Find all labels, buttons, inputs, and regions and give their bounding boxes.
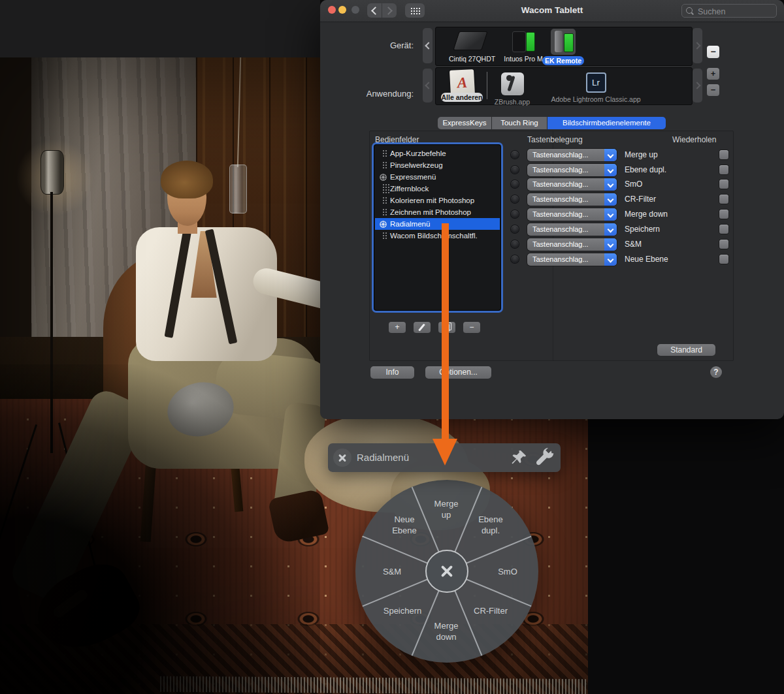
app-item-lightroom[interactable]: Lr Adobe Lightroom Classic.app <box>540 72 651 103</box>
repeat-checkbox[interactable] <box>719 195 728 204</box>
radio-button[interactable] <box>511 166 519 174</box>
radio-button[interactable] <box>511 240 519 248</box>
radio-button[interactable] <box>511 225 519 233</box>
selected-device-pill: EK Remote <box>542 56 584 65</box>
app-scroll-right-button[interactable] <box>693 69 702 103</box>
radio-button[interactable] <box>511 210 519 218</box>
app-scroll-left-button[interactable] <box>423 69 433 103</box>
wheel-segment-merge-down[interactable]: Merge down <box>434 621 459 643</box>
chevron-left-icon <box>425 82 432 89</box>
chevron-right-icon <box>693 82 700 89</box>
wheel-center-close-button[interactable] <box>425 550 468 593</box>
app-item-zbrush[interactable]: ZBrush.app <box>493 72 531 106</box>
close-button[interactable] <box>333 449 351 467</box>
device-item-cintiq[interactable]: Cintiq 27QHDT <box>449 31 492 63</box>
settings-panel: Bedienfelder App-Kurzbefehle Pinselwerkz… <box>369 131 734 361</box>
keystroke-dropdown[interactable]: Tastenanschlag... <box>527 178 617 191</box>
wheel-segment-cr-filter[interactable]: CR-Filter <box>474 606 508 617</box>
drag-dots-icon <box>379 162 387 168</box>
wheel-segment-merge-up[interactable]: Merge up <box>434 499 459 521</box>
radial-menu-wheel[interactable]: Merge up Ebene dupl. SmO CR-Filter Merge… <box>355 480 538 663</box>
key-row: Tastenanschlag... S&M <box>507 238 732 251</box>
device-remove-button[interactable]: − <box>707 46 719 58</box>
keystroke-dropdown[interactable]: Tastenanschlag... <box>527 164 617 176</box>
search-icon <box>686 7 693 14</box>
key-row: Tastenanschlag... CR-Filter <box>507 193 732 206</box>
device-scroll-left-button[interactable] <box>423 28 433 63</box>
keystroke-dropdown[interactable]: Tastenanschlag... <box>527 193 617 206</box>
keystroke-dropdown[interactable]: Tastenanschlag... <box>527 223 617 236</box>
pin-icon[interactable] <box>510 448 528 467</box>
repeat-checkbox[interactable] <box>719 225 728 234</box>
radio-button[interactable] <box>511 255 519 263</box>
wheel-segment-ebene-dupl[interactable]: Ebene dupl. <box>478 514 503 537</box>
list-item[interactable]: Zeichnen mit Photoshop <box>375 206 500 218</box>
list-item[interactable]: Expressmenü <box>375 171 500 183</box>
wheel-segment-neue-ebene[interactable]: Neue Ebene <box>392 514 417 537</box>
list-item-radialmenu-selected[interactable]: Radialmenü <box>375 218 500 230</box>
radial-menu-title: Radialmenü <box>357 452 409 463</box>
key-row: Tastenanschlag... Ebene dupl. <box>507 164 732 176</box>
key-row: Tastenanschlag... Merge down <box>507 208 732 221</box>
wheel-segment-sm[interactable]: S&M <box>383 567 401 578</box>
radio-button[interactable] <box>511 151 519 159</box>
tab-touch-ring[interactable]: Touch Ring <box>492 117 547 129</box>
app-remove-button[interactable]: − <box>707 84 719 96</box>
key-row: Tastenanschlag... Neue Ebene <box>507 253 732 266</box>
app-item-all-others[interactable]: A Alle anderen <box>441 70 483 102</box>
pencil-icon <box>418 324 425 332</box>
ek-remote-icon <box>555 31 563 52</box>
keystroke-dropdown[interactable]: Tastenanschlag... <box>527 238 617 251</box>
keystroke-dropdown[interactable]: Tastenanschlag... <box>527 208 617 221</box>
device-item-ek-remote[interactable]: EK Remote <box>542 29 584 65</box>
wrench-icon[interactable] <box>533 447 555 469</box>
key-row: Tastenanschlag... Speichern <box>507 223 732 236</box>
list-item[interactable]: Wacom Bildschirmschaltfl. <box>375 230 500 242</box>
remove-panel-button[interactable]: − <box>463 322 480 333</box>
list-item[interactable]: Pinselwerkzeug <box>375 159 500 171</box>
list-toolbar: + − <box>389 322 480 333</box>
app-row-label: Anwendung: <box>355 89 414 99</box>
search-input[interactable] <box>696 5 774 18</box>
lightroom-icon: Lr <box>586 72 606 93</box>
list-item[interactable]: Ziffernblock <box>375 183 500 195</box>
options-button[interactable]: Optionen... <box>425 366 491 379</box>
wheel-segment-speichern[interactable]: Speichern <box>384 606 422 617</box>
device-scroll-right-button[interactable] <box>693 28 702 63</box>
icon-letter: Lr <box>592 78 600 87</box>
app-add-button[interactable]: + <box>707 68 719 80</box>
keystroke-dropdown[interactable]: Tastenanschlag... <box>527 253 617 266</box>
standard-button[interactable]: Standard <box>657 344 715 356</box>
device-item-intuos[interactable]: Intuos Pro M <box>498 31 548 63</box>
edit-panel-button[interactable] <box>414 322 431 333</box>
search-field[interactable] <box>681 4 777 18</box>
list-item[interactable]: App-Kurzbefehle <box>375 148 500 159</box>
chevron-right-icon <box>693 42 700 49</box>
help-button[interactable]: ? <box>710 366 722 378</box>
wacom-settings-window: Wacom Tablett Gerät: Cintiq 27QHDT Intuo… <box>320 0 784 419</box>
repeat-checkbox[interactable] <box>719 180 728 189</box>
wheel-segment-smo[interactable]: SmO <box>498 567 517 578</box>
list-title: Bedienfelder <box>375 135 419 144</box>
list-item[interactable]: Kolorieren mit Photoshop <box>375 195 500 206</box>
key-row: Tastenanschlag... SmO <box>507 178 732 191</box>
info-button[interactable]: Info <box>370 366 414 379</box>
repeat-checkbox[interactable] <box>719 150 728 159</box>
repeat-checkbox[interactable] <box>719 255 728 264</box>
bedienfelder-list: App-Kurzbefehle Pinselwerkzeug Expressme… <box>374 145 500 310</box>
icon-letter: A <box>457 74 468 91</box>
repeat-checkbox[interactable] <box>719 165 728 174</box>
tab-bildschirmbedienelemente[interactable]: Bildschirmbedienelemente <box>547 117 666 129</box>
annotation-arrow-shaft <box>442 223 449 440</box>
radio-button[interactable] <box>511 195 519 203</box>
keystroke-dropdown[interactable]: Tastenanschlag... <box>527 149 617 161</box>
drag-dots-icon <box>379 150 387 157</box>
keys-header: Tastenbelegung <box>527 135 583 144</box>
drag-dots-icon <box>379 232 387 239</box>
repeat-checkbox[interactable] <box>719 210 728 219</box>
repeat-checkbox[interactable] <box>719 240 728 249</box>
tab-expresskeys[interactable]: ExpressKeys <box>438 117 491 129</box>
add-panel-button[interactable]: + <box>389 322 406 333</box>
numpad-grid-icon <box>379 184 387 193</box>
radio-button[interactable] <box>511 180 519 188</box>
